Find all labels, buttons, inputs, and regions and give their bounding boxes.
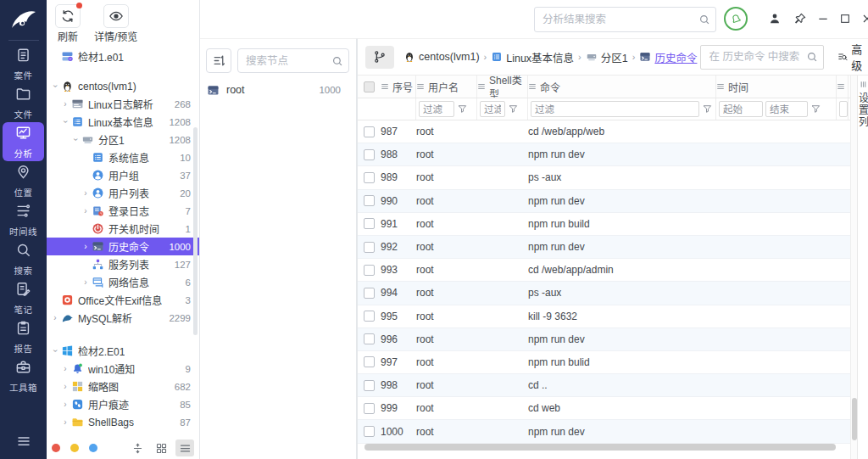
tree-item[interactable]: ›登录日志7 [47, 202, 199, 220]
advanced-search-button[interactable]: 高级 [837, 41, 868, 73]
filter-funnel-icon[interactable] [508, 104, 519, 115]
minimize-button[interactable] [816, 12, 830, 25]
chevron-icon[interactable]: › [81, 277, 91, 287]
chevron-icon[interactable]: › [60, 417, 70, 427]
filter-funnel-icon[interactable] [457, 104, 468, 115]
shell-filter-input[interactable] [480, 101, 505, 117]
tree-item[interactable]: 开关机时间1 [47, 220, 199, 238]
tree-item[interactable]: ›centos(lvm1) [47, 77, 199, 95]
tree-item[interactable]: ›网络信息6 [47, 273, 199, 291]
filter-funnel-icon[interactable] [810, 104, 821, 115]
row-checkbox[interactable] [364, 218, 375, 229]
tree-item[interactable]: 系统信息10 [47, 148, 199, 166]
chevron-icon[interactable]: › [60, 99, 70, 109]
row-checkbox[interactable] [364, 149, 375, 160]
table-row[interactable]: 991rootnpm run build [358, 213, 868, 236]
vertical-scrollbar[interactable] [850, 76, 857, 459]
sidebar-item-files[interactable]: 文件 [0, 83, 47, 122]
row-checkbox[interactable] [364, 265, 375, 276]
chevron-icon[interactable]: › [51, 346, 60, 356]
chevron-icon[interactable]: › [81, 242, 91, 251]
pin-window-icon[interactable] [793, 12, 807, 25]
table-row[interactable]: 990rootnpm run dev [358, 190, 868, 213]
row-checkbox[interactable] [364, 403, 375, 414]
filter-funnel-icon[interactable] [702, 104, 713, 115]
select-all-checkbox[interactable] [364, 81, 375, 92]
refresh-button[interactable]: 刷新 [55, 4, 81, 43]
row-checkbox[interactable] [364, 333, 375, 344]
notification-bell-icon[interactable] [724, 7, 748, 31]
row-checkbox[interactable] [364, 195, 375, 206]
sidebar-item-timeline[interactable]: 时间线 [0, 200, 47, 239]
sidebar-item-location[interactable]: 位置 [0, 161, 47, 200]
column-header-2[interactable]: Shell类型 [477, 76, 528, 98]
close-button[interactable] [860, 12, 868, 25]
tree-item[interactable]: 用户组37 [47, 166, 199, 184]
tree-scrollbar[interactable] [193, 127, 198, 335]
tree-item[interactable]: ›分区11208 [47, 131, 199, 148]
horizontal-scrollbar[interactable] [358, 444, 850, 451]
column-header-0[interactable]: 序号 [364, 76, 416, 98]
tree-item[interactable]: ›缩略图682 [47, 378, 199, 395]
list-view-icon[interactable] [175, 439, 194, 456]
table-row[interactable]: 998rootcd .. [358, 374, 868, 397]
sidebar-item-analysis[interactable]: 分析 [3, 122, 44, 161]
node-list-item[interactable]: root1000 [200, 80, 356, 100]
clipped-filter-input[interactable] [839, 101, 848, 117]
tag-dot-yellow[interactable] [70, 444, 79, 452]
tree-item[interactable]: ›用户列表20 [47, 184, 199, 202]
grid-view-icon[interactable] [152, 439, 170, 456]
menu-icon[interactable] [16, 434, 31, 452]
tree-item[interactable]: ›MySQL解析2299 [47, 309, 199, 327]
branch-view-button[interactable] [365, 46, 394, 69]
maximize-button[interactable] [838, 12, 852, 25]
tree-item[interactable]: ›ShellBags87 [47, 413, 199, 431]
column-settings-label[interactable]: 设置列 [856, 92, 868, 128]
user-account-icon[interactable] [768, 12, 782, 25]
table-row[interactable]: 987rootcd /web/app/web [358, 120, 868, 143]
chevron-icon[interactable]: › [51, 81, 60, 92]
table-row[interactable]: 993rootcd /web/app/admin [358, 259, 868, 282]
table-row[interactable]: 1000rootnpm run dev [358, 420, 868, 443]
chevron-icon[interactable]: › [50, 313, 60, 322]
breadcrumb-item[interactable]: centos(lvm1) [403, 51, 480, 63]
tree-item[interactable]: ›检材2.E01 [47, 342, 199, 360]
column-header-3[interactable]: 命令 [528, 76, 716, 98]
tree-item[interactable]: Office文件Exif信息3 [47, 291, 199, 309]
tag-dot-blue[interactable] [89, 444, 97, 452]
expand-collapse-icon[interactable] [128, 439, 147, 456]
breadcrumb-item[interactable]: 历史命令 [639, 49, 697, 65]
tree-item[interactable]: 检材1.e01 [47, 48, 199, 65]
row-checkbox[interactable] [364, 380, 375, 391]
table-row[interactable]: 996rootnpm run dev [358, 328, 868, 351]
table-row[interactable]: 997rootnpm run bulid [358, 351, 868, 374]
row-checkbox[interactable] [364, 126, 375, 137]
breadcrumb-item[interactable]: 分区1 [586, 49, 628, 65]
command-filter-input[interactable] [531, 101, 699, 117]
tree-item[interactable]: ›Linux日志解析268 [47, 95, 199, 113]
time-end-input[interactable] [765, 101, 808, 117]
row-checkbox[interactable] [364, 172, 375, 183]
table-row[interactable]: 994rootps -aux [358, 282, 868, 305]
row-checkbox[interactable] [364, 356, 375, 367]
sidebar-item-toolbox[interactable]: 工具箱 [0, 356, 47, 395]
table-row[interactable]: 995rootkill -9 3632 [358, 305, 868, 328]
sidebar-item-case[interactable]: 案件 [0, 44, 47, 83]
preview-button[interactable]: 详情/预览 [94, 4, 137, 43]
sidebar-item-notes[interactable]: 笔记 [0, 278, 47, 317]
chevron-icon[interactable]: › [61, 117, 70, 127]
chevron-icon[interactable]: › [81, 188, 91, 198]
chevron-icon[interactable]: › [81, 206, 91, 216]
tree-item[interactable]: ›历史命令1000 [47, 238, 199, 255]
user-filter-input[interactable] [419, 101, 454, 117]
row-checkbox[interactable] [364, 311, 375, 322]
chevron-icon[interactable]: › [60, 364, 70, 373]
tree-item[interactable]: ›Linux基本信息1208 [47, 113, 199, 131]
table-row[interactable]: 989rootps -aux [358, 166, 868, 189]
table-row[interactable]: 999rootcd web [358, 397, 868, 420]
chevron-icon[interactable]: › [60, 382, 70, 391]
table-row[interactable]: 992rootnpm run dev [358, 236, 868, 259]
tree-item[interactable]: ›用户痕迹85 [47, 395, 199, 413]
sidebar-item-report[interactable]: 报告 [0, 317, 47, 356]
tag-dot-red[interactable] [52, 444, 60, 452]
